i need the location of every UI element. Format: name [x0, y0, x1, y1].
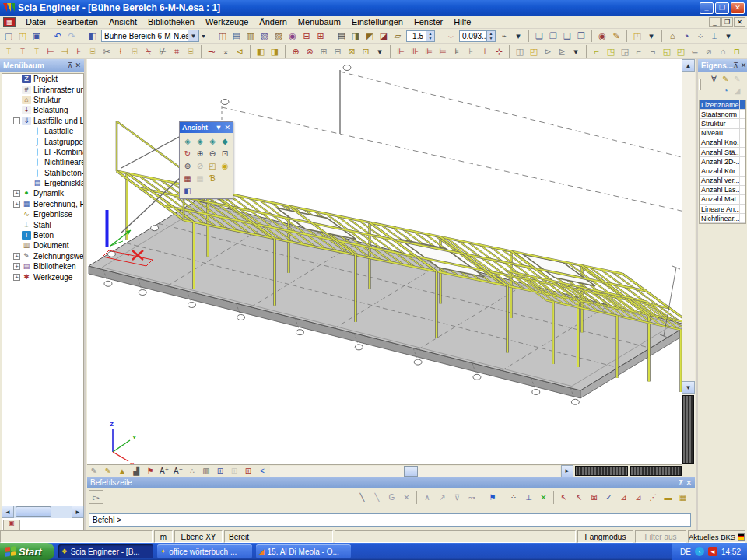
view-tool-icon[interactable]: ◈ — [181, 135, 194, 147]
toolbar-icon[interactable]: ◔ — [679, 30, 693, 42]
tray-language-icon[interactable]: ‹ — [695, 547, 704, 556]
toolbar-icon[interactable]: ❒ — [574, 30, 588, 42]
property-row[interactable]: Anzahl Kno... — [700, 138, 745, 148]
view-tool-icon[interactable]: ◈ — [194, 135, 206, 147]
toolbar-icon[interactable]: ⌗ — [170, 45, 184, 58]
toolbar-icon[interactable]: ⊗ — [303, 45, 317, 58]
snap-mode-icon[interactable]: ⚑ — [482, 491, 500, 504]
tray-language[interactable]: DE — [680, 548, 691, 556]
tree-item[interactable]: ∿ Ergebnisse — [2, 209, 83, 219]
toolbar-icon[interactable]: ⊢ — [44, 45, 58, 58]
tree-expander-icon[interactable]: + — [13, 201, 20, 208]
tree-item[interactable]: ⌶ Stahl — [2, 219, 83, 229]
toolbar-icon[interactable]: ⌶ — [2, 45, 16, 58]
toolbar-icon[interactable]: ◧ — [82, 30, 100, 42]
toolbar-overflow-icon[interactable]: ▼ — [201, 33, 209, 39]
restore-button[interactable]: ❐ — [715, 2, 729, 14]
ansicht-floating-toolbar[interactable]: Ansicht ▼ ✕ ◈◈◈◆↻⊕⊖⊡⊛⊘◰◉▦▦Ɓ◧ — [179, 121, 233, 199]
toolbar-icon[interactable]: ▣ — [30, 30, 44, 42]
snap-mode-icon[interactable]: ▦ — [675, 491, 690, 504]
tree-item[interactable]: ⌡ LF-Kombination... — [2, 147, 83, 157]
toolbar-icon[interactable]: ⌁ — [497, 30, 511, 42]
property-row[interactable]: Lineare An... — [700, 205, 745, 214]
close-icon[interactable]: ✕ — [741, 61, 747, 69]
tree-item[interactable]: ⌡ Stahlbeton-LFK... — [2, 168, 83, 178]
property-row[interactable]: Struktur — [700, 119, 745, 128]
toolbar-icon[interactable]: ⌂ — [716, 45, 730, 58]
toolbar-icon[interactable]: ▤ — [230, 30, 244, 42]
tree-item[interactable]: ▤ Ergebnisklasse... — [2, 178, 83, 188]
tree-item[interactable]: # Linienraster und Gr... — [2, 84, 83, 94]
scroll-up-icon[interactable]: ▲ — [682, 59, 695, 72]
pin-icon[interactable]: ⊼ — [733, 61, 738, 69]
command-line-header[interactable]: Befehlszeile ⊼ ✕ — [87, 477, 695, 488]
toolbar-icon[interactable]: ◰ — [626, 30, 644, 42]
toolbar-icon[interactable]: ⊨ — [436, 45, 450, 58]
toolbar-icon[interactable]: ◉ — [591, 30, 609, 42]
panel-header[interactable]: Menübaum ⊼ ✕ — [0, 59, 84, 72]
view-tool-icon[interactable]: Ɓ — [206, 172, 219, 184]
toolbar-icon[interactable]: ⊡ — [359, 45, 373, 58]
scroll-thumb[interactable] — [404, 466, 418, 477]
menu-item[interactable]: Menübaum — [293, 16, 346, 27]
scroll-right-icon[interactable]: ► — [561, 465, 573, 478]
toolbar-icon[interactable]: ¬ — [646, 45, 660, 58]
toolbar-icon[interactable]: ▾ — [721, 30, 735, 42]
toolbar-icon[interactable]: ⌙ — [688, 45, 702, 58]
scroll-left-icon[interactable]: ◄ — [2, 506, 14, 518]
toolbar-icon[interactable]: ◰ — [527, 45, 541, 58]
command-input[interactable] — [89, 513, 691, 527]
snap-mode-icon[interactable]: G — [384, 491, 399, 504]
snap-mode-icon[interactable]: ⊿ — [631, 491, 646, 504]
toolbar-icon[interactable]: ⊥ — [478, 45, 492, 58]
toolbar-icon[interactable]: ⌶ — [707, 30, 721, 42]
view-option-icon[interactable]: ⊞ — [227, 466, 241, 477]
pin-icon[interactable]: ⊼ — [68, 61, 73, 69]
snap-mode-icon[interactable]: ↖ — [553, 491, 572, 504]
snap-mode-icon[interactable]: ⊠ — [587, 491, 601, 504]
tray-app-icon[interactable]: ◄ — [708, 547, 717, 556]
view-tool-icon[interactable]: ⊛ — [181, 159, 194, 172]
view-tool-icon[interactable]: ⊕ — [194, 147, 206, 159]
scroll-right-icon[interactable]: ► — [72, 506, 84, 518]
toolbar-icon[interactable]: ⊔ — [744, 45, 747, 58]
toolbar-icon[interactable]: ▾ — [569, 45, 583, 58]
view-option-icon[interactable]: ▟ — [129, 466, 143, 477]
toolbar-icon[interactable]: ⊞ — [314, 30, 328, 42]
menu-item[interactable]: Bearbeiten — [51, 16, 103, 27]
view-option-icon[interactable]: ▲ — [115, 466, 129, 477]
tree-expander-icon[interactable]: + — [13, 274, 20, 281]
property-row[interactable]: Anzahl Las... — [700, 186, 745, 195]
mdi-close-button[interactable]: ✕ — [734, 17, 745, 27]
title-bar[interactable]: Scia Engineer - [Bühne Bereich 6-M-N.esa… — [0, 0, 747, 16]
toolbar-icon[interactable]: ⌀ — [702, 45, 716, 58]
viewport-v-scrollbar[interactable]: ▲ ▼ — [682, 59, 695, 464]
toolbar-icon[interactable]: ❏ — [528, 30, 546, 42]
tree-item[interactable]: + ▦ Berechnung, FE-N... — [2, 199, 83, 209]
tree-item[interactable]: + ✎ Zeichnungswerkze... — [2, 251, 83, 261]
toolbar-icon[interactable]: ⌸ — [184, 45, 198, 58]
tree-expander-icon[interactable]: − — [13, 117, 20, 124]
property-row[interactable]: Anzahl Mat... — [700, 195, 745, 205]
toolbar-icon[interactable]: ◱ — [660, 45, 674, 58]
chevron-down-icon[interactable]: ▼ — [216, 124, 223, 131]
toolbar-icon[interactable]: ▤ — [331, 30, 349, 42]
property-row[interactable]: Anzahl 2D-... — [700, 157, 745, 166]
property-row[interactable]: Anzahl Kör... — [700, 166, 745, 176]
view-option-icon[interactable]: A⁺ — [157, 466, 171, 477]
snap-mode-icon[interactable]: ∧ — [416, 491, 435, 504]
toolbar-icon[interactable]: ❐ — [546, 30, 560, 42]
toolbar-icon[interactable]: ⊩ — [390, 45, 408, 58]
menu-item[interactable]: Einstellungen — [346, 16, 409, 27]
pan-bar[interactable] — [630, 466, 682, 476]
model-viewport[interactable]: ZYX Ansicht ▼ ✕ ◈◈◈◆↻⊕⊖⊡⊛⊘◰◉▦▦Ɓ◧ — [87, 59, 682, 464]
taskbar-task[interactable]: ✦ office wörterbuch ... — [157, 544, 252, 558]
pan-bar[interactable] — [575, 466, 628, 476]
toolbar-icon[interactable]: ◨ — [349, 30, 363, 42]
tree-expander-icon[interactable]: + — [13, 263, 20, 270]
toolbar-icon[interactable]: ✎ — [609, 30, 623, 42]
close-icon[interactable]: ✕ — [224, 124, 230, 131]
select-cursor-icon[interactable]: ▻ — [89, 490, 103, 504]
status-filter[interactable]: Filter aus — [635, 530, 686, 543]
toolbar-icon[interactable]: ⌂ — [661, 30, 679, 42]
